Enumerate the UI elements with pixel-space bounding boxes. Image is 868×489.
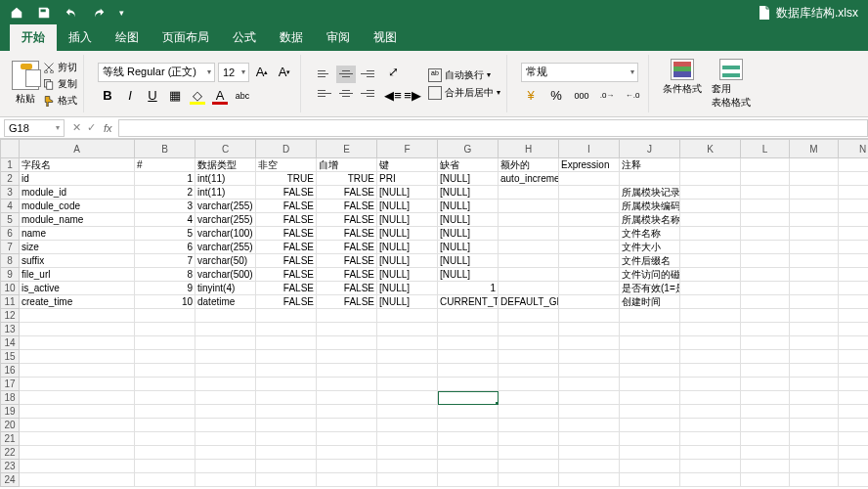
- col-header-M[interactable]: M: [790, 139, 839, 158]
- cell[interactable]: [790, 309, 839, 323]
- cell[interactable]: [559, 446, 620, 460]
- number-format-select[interactable]: 常规: [521, 63, 638, 82]
- cell[interactable]: [680, 323, 741, 336]
- cell[interactable]: [377, 405, 438, 419]
- cell[interactable]: [195, 323, 256, 336]
- select-all-corner[interactable]: [0, 139, 20, 158]
- merge-button[interactable]: 合并后居中▾: [428, 86, 500, 100]
- cell[interactable]: [559, 268, 620, 282]
- cell[interactable]: [256, 336, 317, 350]
- cell[interactable]: [620, 460, 680, 473]
- cell[interactable]: [20, 419, 135, 432]
- cell[interactable]: [195, 473, 256, 487]
- cell[interactable]: [195, 364, 256, 378]
- cell[interactable]: [377, 336, 438, 350]
- col-header-F[interactable]: F: [377, 139, 438, 158]
- qat-more[interactable]: ▾: [119, 8, 124, 18]
- row-header-14[interactable]: 14: [0, 336, 20, 350]
- row-header-8[interactable]: 8: [0, 254, 20, 268]
- cell[interactable]: [377, 473, 438, 487]
- cell[interactable]: CURRENT_T: [438, 295, 499, 309]
- cell[interactable]: FALSE: [256, 186, 317, 200]
- cell[interactable]: [839, 446, 868, 460]
- cell[interactable]: [559, 241, 620, 254]
- cell[interactable]: FALSE: [256, 295, 317, 309]
- cell[interactable]: [559, 282, 620, 295]
- cell[interactable]: [317, 323, 377, 336]
- cell[interactable]: [499, 200, 559, 213]
- cell[interactable]: [377, 309, 438, 323]
- cell[interactable]: FALSE: [317, 241, 377, 254]
- cell[interactable]: [741, 227, 790, 241]
- cell[interactable]: 缺省: [438, 158, 499, 172]
- cell[interactable]: 文件大小: [620, 241, 680, 254]
- cell[interactable]: [559, 432, 620, 446]
- cell[interactable]: [741, 419, 790, 432]
- row-header-12[interactable]: 12: [0, 309, 20, 323]
- cell[interactable]: [317, 309, 377, 323]
- cell[interactable]: [741, 405, 790, 419]
- increase-font-button[interactable]: A▴: [252, 63, 272, 82]
- cell[interactable]: 8: [135, 268, 195, 282]
- cell[interactable]: #: [135, 158, 195, 172]
- wrap-text-button[interactable]: ab自动换行▾: [428, 68, 500, 82]
- cell[interactable]: [317, 473, 377, 487]
- cell[interactable]: [NULL]: [438, 186, 499, 200]
- cell[interactable]: [499, 186, 559, 200]
- cell[interactable]: module_name: [20, 213, 135, 227]
- cell[interactable]: [NULL]: [438, 200, 499, 213]
- cell[interactable]: [317, 419, 377, 432]
- cell[interactable]: FALSE: [256, 213, 317, 227]
- cell[interactable]: [620, 446, 680, 460]
- cell[interactable]: [438, 378, 499, 391]
- cell[interactable]: [839, 268, 868, 282]
- row-header-17[interactable]: 17: [0, 378, 20, 391]
- currency-button[interactable]: ¥: [521, 86, 541, 106]
- cell[interactable]: [317, 405, 377, 419]
- cell[interactable]: [195, 378, 256, 391]
- confirm-formula-icon[interactable]: ✓: [87, 121, 96, 134]
- col-header-A[interactable]: A: [20, 139, 135, 158]
- cell[interactable]: [790, 336, 839, 350]
- cell[interactable]: [438, 391, 499, 405]
- cell[interactable]: [741, 378, 790, 391]
- cell[interactable]: [839, 419, 868, 432]
- col-header-K[interactable]: K: [680, 139, 741, 158]
- cell[interactable]: [135, 309, 195, 323]
- cell[interactable]: [NULL]: [438, 241, 499, 254]
- cell[interactable]: [741, 391, 790, 405]
- cell[interactable]: [135, 405, 195, 419]
- cell[interactable]: [195, 350, 256, 364]
- cell[interactable]: [256, 309, 317, 323]
- cell[interactable]: [680, 268, 741, 282]
- cell[interactable]: [559, 200, 620, 213]
- cell[interactable]: int(11): [195, 186, 256, 200]
- bold-button[interactable]: B: [98, 86, 117, 106]
- cell[interactable]: FALSE: [256, 241, 317, 254]
- cell[interactable]: [559, 378, 620, 391]
- cell[interactable]: [620, 350, 680, 364]
- col-header-L[interactable]: L: [741, 139, 790, 158]
- cell[interactable]: [20, 473, 135, 487]
- cell[interactable]: [839, 378, 868, 391]
- cell[interactable]: [NULL]: [377, 282, 438, 295]
- cell[interactable]: auto_increment: [499, 172, 559, 186]
- cell[interactable]: [377, 419, 438, 432]
- cell[interactable]: [680, 172, 741, 186]
- cell[interactable]: [195, 460, 256, 473]
- cell[interactable]: [438, 432, 499, 446]
- cell[interactable]: [839, 241, 868, 254]
- cell[interactable]: FALSE: [317, 186, 377, 200]
- cell[interactable]: [438, 446, 499, 460]
- cell[interactable]: [741, 213, 790, 227]
- cell[interactable]: module_code: [20, 200, 135, 213]
- cell[interactable]: [20, 405, 135, 419]
- cell[interactable]: file_url: [20, 268, 135, 282]
- italic-button[interactable]: I: [120, 86, 140, 106]
- cell[interactable]: [839, 364, 868, 378]
- cell[interactable]: 文件访问的磁盘目录: [620, 268, 680, 282]
- cell[interactable]: [559, 364, 620, 378]
- cell[interactable]: [135, 391, 195, 405]
- cell[interactable]: 5: [135, 227, 195, 241]
- cell[interactable]: [680, 158, 741, 172]
